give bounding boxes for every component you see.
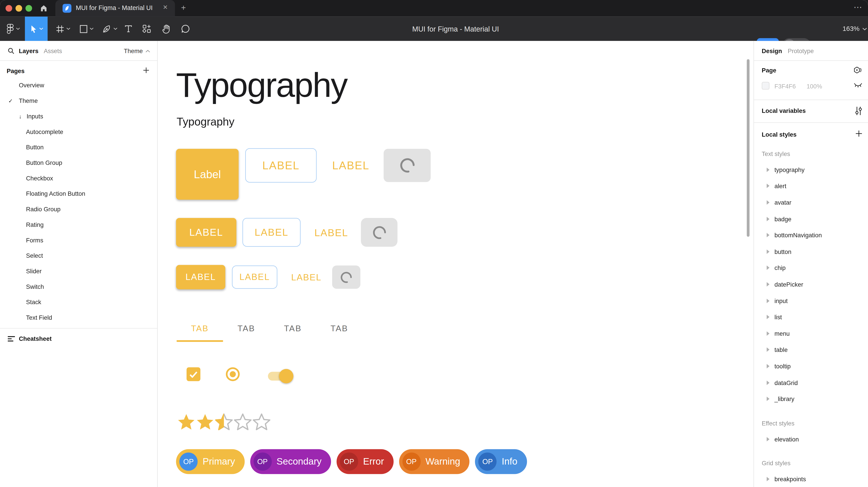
chip-warning[interactable]: OPWarning bbox=[399, 449, 470, 474]
grid-style-breakpoints[interactable]: breakpoints bbox=[754, 471, 868, 487]
text-style-typography[interactable]: typography bbox=[754, 162, 868, 178]
disclosure-triangle-icon[interactable] bbox=[767, 184, 769, 188]
outlined-button-medium[interactable]: LABEL bbox=[243, 218, 301, 247]
loading-button-large[interactable] bbox=[383, 149, 431, 182]
sidebar-page-overview[interactable]: Overview bbox=[0, 77, 157, 93]
hand-tool-button[interactable] bbox=[159, 17, 174, 41]
outlined-button-small[interactable]: LABEL bbox=[232, 265, 277, 289]
comment-tool-button[interactable] bbox=[178, 17, 193, 41]
page-color-hex[interactable]: F3F4F6 bbox=[774, 83, 796, 90]
disclosure-triangle-icon[interactable] bbox=[767, 331, 769, 336]
close-tab-icon[interactable]: ✕ bbox=[163, 4, 168, 11]
tab-prototype[interactable]: Prototype bbox=[788, 47, 814, 54]
close-window-button[interactable] bbox=[5, 5, 12, 11]
disclosure-triangle-icon[interactable] bbox=[767, 167, 769, 172]
text-tool-button[interactable] bbox=[121, 17, 135, 41]
pen-tool-button[interactable] bbox=[100, 17, 120, 41]
variables-icon[interactable] bbox=[855, 106, 863, 116]
contained-button-small[interactable]: LABEL bbox=[176, 265, 225, 290]
disclosure-triangle-icon[interactable] bbox=[767, 217, 769, 221]
disclosure-triangle-icon[interactable] bbox=[767, 200, 769, 205]
zoom-menu[interactable]: 163% bbox=[842, 17, 867, 41]
canvas-scrollbar[interactable] bbox=[747, 59, 749, 237]
chip-error[interactable]: OPError bbox=[336, 449, 393, 474]
sidebar-item-cheatsheet[interactable]: Cheatsheet bbox=[0, 331, 157, 346]
disclosure-triangle-icon[interactable] bbox=[767, 282, 769, 287]
disclosure-triangle-icon[interactable] bbox=[767, 249, 769, 254]
browser-menu-icon[interactable]: ⋯ bbox=[854, 2, 863, 12]
page-color-opacity[interactable]: 100% bbox=[807, 83, 822, 90]
text-button-large[interactable]: LABEL bbox=[332, 159, 369, 172]
text-style-avatar[interactable]: avatar bbox=[754, 194, 868, 210]
sidebar-page-stack[interactable]: Stack bbox=[0, 294, 157, 310]
disclosure-triangle-icon[interactable] bbox=[767, 298, 769, 303]
loading-button-medium[interactable] bbox=[361, 218, 397, 247]
styles-icon[interactable] bbox=[852, 66, 863, 75]
star-empty-icon[interactable] bbox=[234, 413, 252, 431]
tab-design[interactable]: Design bbox=[762, 47, 782, 54]
text-style-datePicker[interactable]: datePicker bbox=[754, 276, 868, 293]
effect-style-elevation[interactable]: elevation bbox=[754, 431, 868, 448]
disclosure-triangle-icon[interactable] bbox=[767, 477, 769, 481]
sidebar-page-rating[interactable]: Rating bbox=[0, 217, 157, 232]
disclosure-triangle-icon[interactable] bbox=[767, 315, 769, 319]
text-style-table[interactable]: table bbox=[754, 342, 868, 358]
page-color-swatch[interactable] bbox=[762, 82, 770, 90]
star-full-icon[interactable] bbox=[177, 413, 195, 431]
disclosure-triangle-icon[interactable] bbox=[767, 437, 769, 441]
shape-tool-button[interactable] bbox=[76, 17, 96, 41]
sidebar-page-autocomplete[interactable]: Autocomplete bbox=[0, 124, 157, 139]
sidebar-page-forms[interactable]: Forms bbox=[0, 232, 157, 248]
outlined-button-large[interactable]: LABEL bbox=[245, 148, 317, 183]
text-style-badge[interactable]: badge bbox=[754, 210, 868, 227]
local-variables-section[interactable]: Local variables bbox=[754, 100, 868, 122]
add-page-button[interactable] bbox=[143, 67, 149, 73]
text-button-small[interactable]: LABEL bbox=[291, 272, 321, 283]
disclosure-triangle-icon[interactable] bbox=[767, 397, 769, 401]
disclosure-triangle-icon[interactable] bbox=[767, 364, 769, 368]
mui-tab-4[interactable]: TAB bbox=[316, 315, 363, 341]
text-style-input[interactable]: input bbox=[754, 292, 868, 309]
text-style-_library[interactable]: _library bbox=[754, 391, 868, 407]
star-full-icon[interactable] bbox=[196, 413, 214, 431]
star-empty-icon[interactable] bbox=[252, 413, 271, 431]
home-icon[interactable] bbox=[40, 4, 48, 12]
contained-button-medium[interactable]: LABEL bbox=[176, 218, 236, 247]
disclosure-triangle-icon[interactable] bbox=[767, 380, 769, 385]
sidebar-page-button-group[interactable]: Button Group bbox=[0, 155, 157, 170]
mui-tab-1[interactable]: TAB bbox=[177, 315, 223, 341]
chip-primary[interactable]: OPPrimary bbox=[176, 449, 245, 474]
switch-on[interactable] bbox=[268, 372, 290, 381]
tab-assets[interactable]: Assets bbox=[44, 47, 62, 54]
chip-info[interactable]: OPInfo bbox=[475, 449, 527, 474]
zoom-window-button[interactable] bbox=[26, 5, 32, 11]
text-style-button[interactable]: button bbox=[754, 243, 868, 260]
page-selector[interactable]: Theme bbox=[124, 47, 150, 54]
text-style-list[interactable]: list bbox=[754, 309, 868, 325]
text-style-chip[interactable]: chip bbox=[754, 260, 868, 276]
document-title[interactable]: MUI for Figma - Material UI bbox=[412, 17, 499, 41]
star-half-icon[interactable] bbox=[215, 413, 233, 431]
add-style-button[interactable] bbox=[855, 130, 863, 137]
disclosure-triangle-icon[interactable] bbox=[767, 233, 769, 237]
sidebar-page-radio-group[interactable]: Radio Group bbox=[0, 201, 157, 217]
sidebar-page-checkbox[interactable]: Checkbox bbox=[0, 170, 157, 186]
sidebar-page-text-field[interactable]: Text Field bbox=[0, 310, 157, 325]
radio-selected[interactable] bbox=[226, 367, 240, 381]
eye-off-icon[interactable] bbox=[854, 83, 863, 89]
new-tab-button[interactable]: + bbox=[181, 3, 186, 12]
text-style-tooltip[interactable]: tooltip bbox=[754, 358, 868, 375]
checkbox-checked[interactable] bbox=[187, 367, 200, 381]
search-icon[interactable] bbox=[8, 47, 14, 54]
mui-tab-3[interactable]: TAB bbox=[270, 315, 316, 341]
canvas[interactable]: Typography Typography Label LABEL LABEL … bbox=[158, 41, 753, 487]
sidebar-page-select[interactable]: Select bbox=[0, 248, 157, 263]
tab-layers[interactable]: Layers bbox=[19, 47, 38, 54]
chip-secondary[interactable]: OPSecondary bbox=[250, 449, 331, 474]
loading-button-small[interactable] bbox=[332, 265, 361, 289]
sidebar-page-theme[interactable]: ✓Theme bbox=[0, 93, 157, 108]
disclosure-triangle-icon[interactable] bbox=[767, 266, 769, 270]
move-tool-button[interactable] bbox=[25, 17, 48, 41]
sidebar-page-floating-action-button[interactable]: Floating Action Button bbox=[0, 186, 157, 201]
resources-tool-button[interactable] bbox=[140, 17, 154, 41]
